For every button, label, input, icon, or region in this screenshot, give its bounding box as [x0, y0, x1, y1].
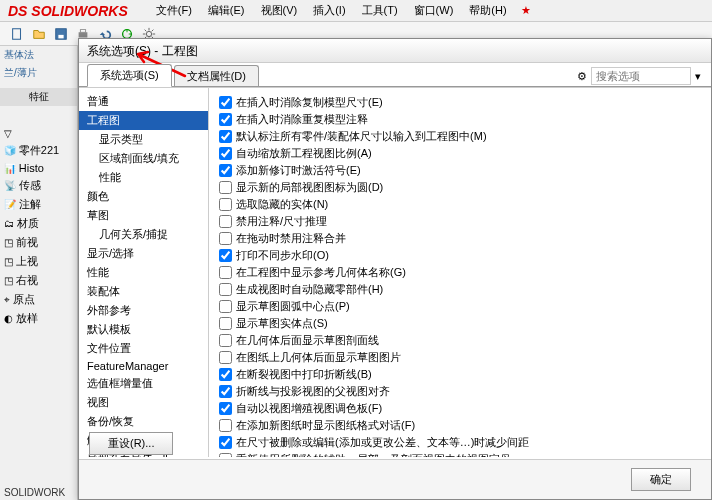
check-row-19: 在添加新图纸时显示图纸格式对话(F) — [219, 417, 701, 434]
checkbox-18[interactable] — [219, 402, 232, 415]
check-label-13[interactable]: 显示草图实体点(S) — [236, 316, 328, 331]
status-text: SOLIDWORK — [4, 487, 65, 498]
tab-document-properties[interactable]: 文档属性(D) — [174, 65, 259, 87]
checkbox-2[interactable] — [219, 130, 232, 143]
tree-item-2[interactable]: 显示类型 — [79, 130, 208, 149]
save-icon[interactable] — [52, 25, 70, 43]
check-label-17[interactable]: 折断线与投影视图的父视图对齐 — [236, 384, 390, 399]
check-row-20: 在尺寸被删除或编辑(添加或更改公差、文本等…)时减少间距 — [219, 434, 701, 451]
check-label-8[interactable]: 在拖动时禁用注释合并 — [236, 231, 346, 246]
check-label-7[interactable]: 禁用注释/尺寸推理 — [236, 214, 327, 229]
checkbox-8[interactable] — [219, 232, 232, 245]
tree-item-9[interactable]: 性能 — [79, 263, 208, 282]
tree-item[interactable]: 🗂 材质 — [0, 214, 77, 233]
check-label-3[interactable]: 自动缩放新工程视图比例(A) — [236, 146, 372, 161]
options-category-tree[interactable]: 普通工程图显示类型区域剖面线/填充性能颜色草图几何关系/捕捉显示/选择性能装配体… — [79, 88, 209, 457]
check-label-16[interactable]: 在断裂视图中打印折断线(B) — [236, 367, 372, 382]
check-row-5: 显示新的局部视图图标为圆(D) — [219, 179, 701, 196]
checkbox-10[interactable] — [219, 266, 232, 279]
tree-item-14[interactable]: FeatureManager — [79, 358, 208, 374]
part-node[interactable]: 🧊 零件221 — [0, 141, 77, 160]
tree-item-10[interactable]: 装配体 — [79, 282, 208, 301]
check-label-11[interactable]: 生成视图时自动隐藏零部件(H) — [236, 282, 383, 297]
tree-item[interactable]: ⌖ 原点 — [0, 290, 77, 309]
check-label-10[interactable]: 在工程图中显示参考几何体名称(G) — [236, 265, 406, 280]
tree-item-16[interactable]: 视图 — [79, 393, 208, 412]
menu-tools[interactable]: 工具(T) — [354, 0, 406, 21]
menu-insert[interactable]: 插入(I) — [305, 0, 353, 21]
check-label-21[interactable]: 重新使用所删除的辅助、局部、及剖面视图中的视图字母 — [236, 452, 511, 457]
search-dropdown-icon[interactable]: ▾ — [695, 70, 701, 83]
check-label-12[interactable]: 显示草图圆弧中心点(P) — [236, 299, 350, 314]
ok-button[interactable]: 确定 — [631, 468, 691, 491]
tree-item[interactable]: ◳ 前视 — [0, 233, 77, 252]
reset-button[interactable]: 重设(R)... — [89, 432, 173, 455]
checkbox-20[interactable] — [219, 436, 232, 449]
checkbox-6[interactable] — [219, 198, 232, 211]
svg-rect-4 — [80, 29, 85, 32]
star-icon[interactable]: ★ — [521, 4, 531, 17]
menu-window[interactable]: 窗口(W) — [406, 0, 462, 21]
tree-item-15[interactable]: 选值框增量值 — [79, 374, 208, 393]
menu-file[interactable]: 文件(F) — [148, 0, 200, 21]
tree-item-17[interactable]: 备份/恢复 — [79, 412, 208, 431]
tree-item[interactable]: 📡 传感 — [0, 176, 77, 195]
tree-item-6[interactable]: 草图 — [79, 206, 208, 225]
checkbox-3[interactable] — [219, 147, 232, 160]
menu-help[interactable]: 帮助(H) — [461, 0, 514, 21]
check-label-1[interactable]: 在插入时消除重复模型注释 — [236, 112, 368, 127]
checkbox-0[interactable] — [219, 96, 232, 109]
tab-system-options[interactable]: 系统选项(S) — [87, 64, 172, 87]
tree-item-1[interactable]: 工程图 — [79, 111, 208, 130]
svg-point-6 — [146, 31, 151, 36]
check-label-6[interactable]: 选取隐藏的实体(N) — [236, 197, 328, 212]
new-icon[interactable] — [8, 25, 26, 43]
search-options-input[interactable] — [591, 67, 691, 85]
checkbox-21[interactable] — [219, 453, 232, 457]
checkbox-14[interactable] — [219, 334, 232, 347]
check-label-19[interactable]: 在添加新图纸时显示图纸格式对话(F) — [236, 418, 415, 433]
checkbox-11[interactable] — [219, 283, 232, 296]
checkbox-7[interactable] — [219, 215, 232, 228]
checkbox-19[interactable] — [219, 419, 232, 432]
tree-item-5[interactable]: 颜色 — [79, 187, 208, 206]
check-label-20[interactable]: 在尺寸被删除或编辑(添加或更改公差、文本等…)时减少间距 — [236, 435, 529, 450]
tree-item-13[interactable]: 文件位置 — [79, 339, 208, 358]
checkbox-1[interactable] — [219, 113, 232, 126]
tree-item[interactable]: ◐ 放样 — [0, 309, 77, 328]
checkbox-17[interactable] — [219, 385, 232, 398]
tree-item-4[interactable]: 性能 — [79, 168, 208, 187]
check-label-4[interactable]: 添加新修订时激活符号(E) — [236, 163, 361, 178]
menu-view[interactable]: 视图(V) — [253, 0, 306, 21]
tree-item[interactable]: 📝 注解 — [0, 195, 77, 214]
tree-item[interactable]: 📊 Histo — [0, 160, 77, 176]
check-label-9[interactable]: 打印不同步水印(O) — [236, 248, 329, 263]
app-logo: DS SOLIDWORKS — [8, 3, 128, 19]
tree-item-11[interactable]: 外部参考 — [79, 301, 208, 320]
feature-tab[interactable]: 特征 — [0, 88, 77, 106]
checkbox-15[interactable] — [219, 351, 232, 364]
tree-item-3[interactable]: 区域剖面线/填充 — [79, 149, 208, 168]
check-label-15[interactable]: 在图纸上几何体后面显示草图图片 — [236, 350, 401, 365]
checkbox-12[interactable] — [219, 300, 232, 313]
tree-item-0[interactable]: 普通 — [79, 92, 208, 111]
filter-icon[interactable]: ▽ — [0, 126, 77, 141]
checkbox-9[interactable] — [219, 249, 232, 262]
checkbox-16[interactable] — [219, 368, 232, 381]
tree-item-12[interactable]: 默认模板 — [79, 320, 208, 339]
check-label-5[interactable]: 显示新的局部视图图标为圆(D) — [236, 180, 383, 195]
tree-item-8[interactable]: 显示/选择 — [79, 244, 208, 263]
check-row-18: 自动以视图增殖视图调色板(F) — [219, 400, 701, 417]
check-label-14[interactable]: 在几何体后面显示草图剖面线 — [236, 333, 379, 348]
checkbox-5[interactable] — [219, 181, 232, 194]
check-label-0[interactable]: 在插入时消除复制模型尺寸(E) — [236, 95, 383, 110]
check-label-2[interactable]: 默认标注所有零件/装配体尺寸以输入到工程图中(M) — [236, 129, 487, 144]
checkbox-13[interactable] — [219, 317, 232, 330]
tree-item[interactable]: ◳ 右视 — [0, 271, 77, 290]
open-icon[interactable] — [30, 25, 48, 43]
checkbox-4[interactable] — [219, 164, 232, 177]
check-label-18[interactable]: 自动以视图增殖视图调色板(F) — [236, 401, 382, 416]
menu-edit[interactable]: 编辑(E) — [200, 0, 253, 21]
tree-item[interactable]: ◳ 上视 — [0, 252, 77, 271]
tree-item-7[interactable]: 几何关系/捕捉 — [79, 225, 208, 244]
